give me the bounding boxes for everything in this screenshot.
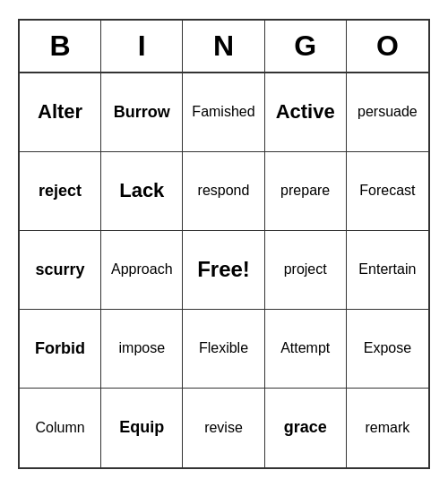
header-letter: B xyxy=(20,21,101,72)
bingo-cell: reject xyxy=(20,152,101,231)
bingo-cell: Lack xyxy=(101,152,183,231)
bingo-cell: Famished xyxy=(183,73,264,152)
header-letter: O xyxy=(347,21,428,72)
bingo-cell: scurry xyxy=(20,231,101,310)
bingo-cell: revise xyxy=(183,389,264,467)
bingo-header: BINGO xyxy=(20,21,428,73)
bingo-cell: Approach xyxy=(101,231,183,310)
bingo-grid: AlterBurrowFamishedActivepersuaderejectL… xyxy=(20,73,428,467)
bingo-cell: Alter xyxy=(20,73,101,152)
header-letter: G xyxy=(265,21,347,72)
bingo-cell: Equip xyxy=(101,389,183,467)
bingo-card: BINGO AlterBurrowFamishedActivepersuader… xyxy=(18,19,430,469)
bingo-cell: Active xyxy=(265,73,347,152)
bingo-cell: persuade xyxy=(347,73,428,152)
bingo-cell: project xyxy=(265,231,347,310)
bingo-cell: remark xyxy=(347,389,428,467)
bingo-cell: Flexible xyxy=(183,310,264,389)
bingo-cell: respond xyxy=(183,152,264,231)
bingo-cell: Expose xyxy=(347,310,428,389)
header-letter: I xyxy=(101,21,183,72)
bingo-cell: grace xyxy=(265,389,347,467)
bingo-cell: Column xyxy=(20,389,101,467)
bingo-cell: Forecast xyxy=(347,152,428,231)
bingo-cell: Burrow xyxy=(101,73,183,152)
bingo-cell: Attempt xyxy=(265,310,347,389)
bingo-cell: Free! xyxy=(183,231,264,310)
header-letter: N xyxy=(183,21,264,72)
bingo-cell: impose xyxy=(101,310,183,389)
bingo-cell: Forbid xyxy=(20,310,101,389)
bingo-cell: prepare xyxy=(265,152,347,231)
bingo-cell: Entertain xyxy=(347,231,428,310)
